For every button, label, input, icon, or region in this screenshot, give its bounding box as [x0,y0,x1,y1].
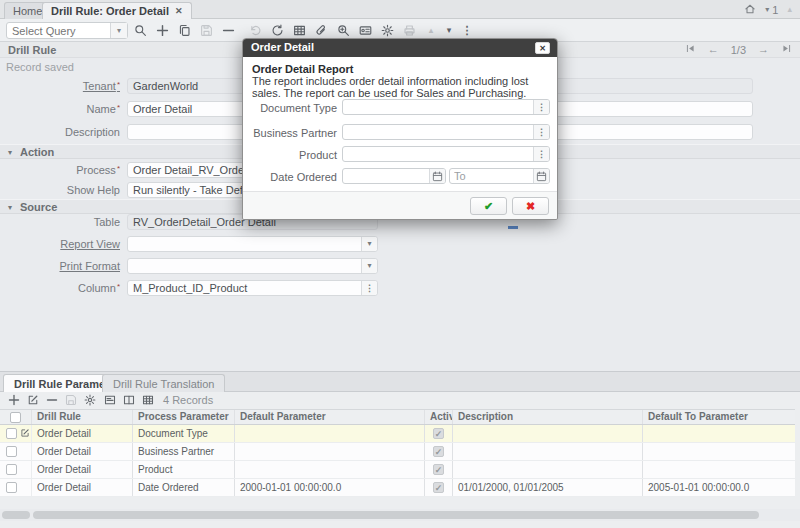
row-checkbox[interactable] [6,446,17,457]
row-checkbox[interactable] [6,428,17,439]
chevron-down-icon[interactable]: ▾ [361,259,377,273]
last-record-icon[interactable] [781,43,792,56]
row-checkbox[interactable] [6,464,17,475]
record-lookup-icon[interactable]: ⋮ [361,281,377,295]
parameter-grid: Drill Rule Process Parameter Default Par… [0,409,795,497]
column-field[interactable]: M_Product_ID_Product ⋮ [127,280,378,296]
dialog-title: Order Detail [251,41,314,53]
quick-form-icon[interactable] [101,393,118,407]
dialog-header[interactable]: Order Detail ✕ [243,39,557,57]
document-type-field[interactable]: ⋮ [342,99,550,115]
detail-tab-bar: Drill Rule Parameter Drill Rule Translat… [0,372,800,392]
home-icon[interactable] [744,3,756,17]
document-type-input[interactable] [343,100,533,114]
date-ordered-from-field[interactable] [342,168,446,184]
undo-icon[interactable] [246,22,264,39]
business-partner-field[interactable]: ⋮ [342,124,550,140]
date-ordered-from-input[interactable] [343,169,429,183]
tab-close-icon[interactable]: ✕ [175,6,183,16]
table-row[interactable]: Order Detail Document Type ✓ [0,425,795,443]
first-record-icon[interactable] [685,43,696,56]
grid-toggle-icon[interactable] [290,22,308,39]
column-header[interactable]: Drill Rule [32,410,133,424]
status-message: Record saved [6,61,74,73]
collapse-header-icon[interactable]: ▴ [787,5,792,14]
scrollbar-thumb[interactable] [33,511,759,519]
row-checkbox[interactable] [6,482,17,493]
report-view-field[interactable]: ▾ [127,236,378,252]
date-ordered-to-field[interactable] [449,168,550,184]
refresh-icon[interactable] [268,22,286,39]
print-format-label[interactable]: Print Format [0,260,120,272]
product-field[interactable]: ⋮ [342,146,550,162]
idempiere-window: Home Drill Rule: Order Detail ✕ ▾ 1 ▴ ▾ [0,0,800,528]
column-header[interactable]: Default Parameter [235,410,425,424]
record-lookup-icon[interactable]: ⋮ [533,147,549,161]
product-input[interactable] [343,147,533,161]
record-lookup-icon[interactable]: ⋮ [533,125,549,139]
process-gear-icon[interactable] [81,393,98,407]
table-row[interactable]: Order Detail Business Partner ✓ [0,443,795,461]
report-view-label[interactable]: Report View [0,238,120,250]
tab-drill-rule[interactable]: Drill Rule: Order Detail ✕ [42,2,192,19]
column-header[interactable]: Active [425,410,453,424]
cancel-button[interactable]: ✖ [512,197,549,215]
table-row[interactable]: Order Detail Product ✓ [0,461,795,479]
dialog-footer: ✔ ✖ [243,191,557,219]
date-ordered-to-input[interactable] [450,169,533,183]
previous-record-icon[interactable]: ← [708,44,719,55]
record-info-icon[interactable] [356,22,374,39]
column-label: Column* [0,282,120,294]
delete-row-icon[interactable] [43,393,60,407]
edit-row-icon[interactable] [24,393,41,407]
description-label: Description [0,126,120,138]
edit-row-icon[interactable] [20,428,30,440]
ok-button[interactable]: ✔ [470,197,507,215]
record-lookup-icon[interactable]: ⋮ [533,100,549,114]
find-record-icon[interactable] [131,22,149,39]
tab-drill-rule-translation[interactable]: Drill Rule Translation [102,374,225,392]
grid-view-icon[interactable] [139,393,156,407]
column-header[interactable]: Default To Parameter [643,410,795,424]
save-row-icon[interactable] [62,393,79,407]
process-label: Process* [0,164,120,176]
active-checkbox: ✓ [433,482,444,493]
next-record-icon[interactable]: → [758,44,769,55]
print-format-field[interactable]: ▾ [127,258,378,274]
delete-record-icon[interactable] [219,22,237,39]
select-query-combo[interactable]: ▾ [6,22,128,39]
chevron-down-icon: ▾ [765,6,769,14]
column-header[interactable]: Description [453,410,643,424]
tenant-label[interactable]: Tenant* [0,80,120,92]
calendar-icon[interactable] [533,169,549,183]
new-row-icon[interactable] [5,393,22,407]
attachment-icon[interactable] [312,22,330,39]
dialog-close-icon[interactable]: ✕ [535,42,550,54]
record-navigation: ← 1/3 → [685,43,792,56]
more-tools-icon[interactable]: ▾ [440,22,458,39]
chevron-down-icon[interactable]: ▾ [361,237,377,251]
split-view-icon[interactable] [120,393,137,407]
process-gear-icon[interactable] [378,22,396,39]
archive-up-icon[interactable]: ▴ [422,22,440,39]
select-all-checkbox[interactable] [0,410,32,424]
business-partner-input[interactable] [343,125,533,139]
workspace-switcher[interactable]: ▾ 1 [765,4,778,16]
active-checkbox: ✓ [433,428,444,439]
new-record-icon[interactable] [153,22,171,39]
table-label: Table [0,216,120,228]
copy-record-icon[interactable] [175,22,193,39]
horizontal-scrollbar[interactable] [0,509,800,521]
table-row[interactable]: Order Detail Date Ordered 2000-01-01 00:… [0,479,795,497]
print-icon[interactable] [400,22,418,39]
zoom-across-icon[interactable] [334,22,352,39]
detail-toolbar: 4 Records [0,392,800,408]
chevron-down-icon[interactable]: ▾ [110,23,127,38]
select-query-input[interactable] [7,23,111,38]
tab-drill-rule-label: Drill Rule: Order Detail [51,5,169,17]
kebab-menu-icon[interactable]: ⋮ [458,22,476,39]
calendar-icon[interactable] [429,169,445,183]
save-record-icon[interactable] [197,22,215,39]
column-header[interactable]: Process Parameter [133,410,235,424]
frozen-scrollbar-thumb[interactable] [2,511,30,519]
